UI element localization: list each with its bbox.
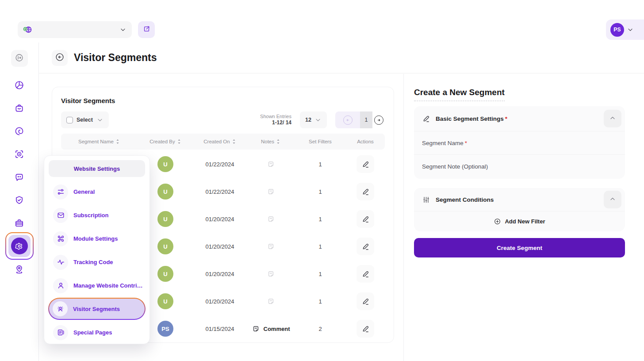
edit-segment-button[interactable] bbox=[356, 238, 374, 255]
sidebar-item[interactable] bbox=[11, 123, 28, 139]
column-header-segment-name[interactable]: Segment Name bbox=[61, 139, 137, 144]
pencil-icon bbox=[361, 188, 370, 196]
create-segment-title: Create a New Segment bbox=[414, 88, 505, 101]
column-label: Segment Name bbox=[78, 139, 114, 144]
select-dropdown[interactable]: Select bbox=[61, 111, 109, 128]
notes-cell[interactable] bbox=[246, 270, 295, 278]
set-filters-cell: 1 bbox=[295, 298, 345, 305]
page-title: Visitor Segments bbox=[74, 52, 157, 64]
sidebar-item[interactable] bbox=[11, 100, 28, 116]
segment-conditions-header: Segment Conditions bbox=[414, 188, 625, 211]
edit-segment-button[interactable] bbox=[356, 292, 374, 310]
avatar: U bbox=[157, 184, 173, 200]
sidebar-item[interactable] bbox=[11, 192, 28, 208]
note-icon bbox=[267, 297, 275, 306]
menu-items: GeneralSubscriptionModule SettingsTracki… bbox=[49, 180, 145, 344]
menu-item-module-settings[interactable]: Module Settings bbox=[49, 227, 145, 250]
actions-cell bbox=[345, 320, 386, 338]
edit-segment-button[interactable] bbox=[356, 155, 374, 173]
column-header-created-on[interactable]: Created On bbox=[194, 139, 246, 144]
arrow-left-icon bbox=[55, 52, 65, 63]
menu-item-label: Tracking Code bbox=[73, 259, 113, 265]
menu-item-label: Visitor Segments bbox=[73, 306, 120, 312]
edit-segment-button[interactable] bbox=[356, 183, 374, 200]
menu-item-visitor-segments[interactable]: Visitor Segments bbox=[48, 298, 146, 320]
sidebar-item[interactable] bbox=[11, 261, 28, 277]
column-header-actions[interactable]: Actions bbox=[345, 139, 386, 144]
app-window: PS Visitor Segments Visitor Segments Sel… bbox=[0, 0, 644, 361]
avatar: U bbox=[157, 293, 173, 309]
column-label: Notes bbox=[261, 139, 274, 144]
sidebar-item[interactable] bbox=[11, 215, 28, 231]
sidebar-item[interactable] bbox=[11, 169, 28, 185]
menu-item-general[interactable]: General bbox=[49, 180, 145, 204]
edit-segment-button[interactable] bbox=[356, 320, 374, 338]
menu-item-special-pages[interactable]: Special Pages bbox=[49, 321, 145, 344]
next-page-button[interactable] bbox=[372, 111, 385, 128]
sort-icon[interactable] bbox=[232, 139, 236, 144]
sort-icon[interactable] bbox=[115, 139, 120, 144]
pencil-icon bbox=[422, 115, 430, 123]
basic-settings-header: Basic Segment Settings* bbox=[414, 106, 625, 131]
created-on-cell: 01/20/2024 bbox=[194, 216, 246, 223]
set-filters-cell: 1 bbox=[295, 243, 345, 250]
edit-segment-button[interactable] bbox=[356, 210, 374, 228]
shown-entries: Shown Entries 1-12/ 14 bbox=[260, 114, 291, 127]
field-placeholder: Segment Note (Optional) bbox=[422, 163, 488, 170]
segment-note-input[interactable]: Segment Note (Optional) bbox=[414, 154, 625, 178]
menu-item-manage-website-contribut[interactable]: Manage Website Contribut... bbox=[49, 274, 145, 297]
menu-item-tracking-code[interactable]: Tracking Code bbox=[49, 250, 145, 274]
collapse-sidebar-button[interactable] bbox=[11, 50, 28, 67]
add-new-filter-button[interactable]: Add New Filter bbox=[414, 211, 625, 231]
menu-item-label: Module Settings bbox=[73, 235, 118, 242]
sort-icon[interactable] bbox=[276, 139, 280, 144]
notes-cell[interactable]: Comment bbox=[246, 325, 295, 333]
scan-face-icon bbox=[14, 149, 24, 159]
column-header-created-by[interactable]: Created By bbox=[137, 139, 194, 144]
page-size-value: 12 bbox=[305, 117, 311, 123]
notes-cell[interactable] bbox=[246, 215, 295, 223]
page-size-dropdown[interactable]: 12 bbox=[300, 111, 327, 128]
sidebar-item[interactable] bbox=[11, 77, 28, 93]
sidebar-item[interactable] bbox=[11, 146, 28, 162]
column-header-set-filters[interactable]: Set Filters bbox=[295, 139, 345, 144]
field-placeholder: Segment Name bbox=[422, 140, 464, 146]
arrow-left-icon bbox=[343, 115, 353, 125]
panel-divider bbox=[403, 74, 404, 361]
note-icon bbox=[267, 160, 275, 169]
edit-segment-button[interactable] bbox=[356, 265, 374, 283]
notes-cell[interactable] bbox=[246, 242, 295, 251]
shown-entries-value: 1-12/ 14 bbox=[260, 119, 291, 126]
plus-circle-icon bbox=[494, 218, 501, 225]
user-menu[interactable]: PS bbox=[606, 19, 644, 40]
create-segment-button[interactable]: Create Segment bbox=[414, 238, 625, 257]
chevron-down-icon bbox=[314, 116, 322, 123]
notes-cell[interactable] bbox=[246, 297, 295, 306]
pie-chart-icon bbox=[14, 80, 24, 90]
actions-cell bbox=[345, 292, 386, 310]
notes-cell[interactable] bbox=[246, 160, 295, 169]
set-filters-cell: 1 bbox=[295, 188, 345, 195]
note-icon bbox=[267, 242, 275, 251]
filter-sliders-icon bbox=[422, 196, 430, 204]
actions-cell bbox=[345, 238, 386, 255]
menu-item-label: Special Pages bbox=[73, 329, 112, 336]
sidebar-item-active[interactable] bbox=[5, 232, 34, 260]
back-button[interactable] bbox=[52, 50, 68, 66]
created-on-cell: 01/22/2024 bbox=[194, 161, 246, 168]
collapse-conditions-button[interactable] bbox=[604, 191, 621, 208]
column-header-notes[interactable]: Notes bbox=[246, 139, 295, 144]
previous-page-button[interactable] bbox=[335, 111, 360, 128]
collapse-basic-settings-button[interactable] bbox=[604, 110, 621, 127]
site-selector-dropdown[interactable] bbox=[18, 21, 132, 38]
open-site-button[interactable] bbox=[138, 21, 155, 38]
segment-name-input[interactable]: Segment Name* bbox=[414, 131, 625, 154]
basic-segment-settings-card: Basic Segment Settings* Segment Name* Se… bbox=[414, 106, 625, 179]
notes-cell[interactable] bbox=[246, 188, 295, 196]
page-header: Visitor Segments bbox=[39, 42, 644, 73]
sort-icon[interactable] bbox=[177, 139, 181, 144]
select-all-checkbox[interactable] bbox=[66, 117, 73, 123]
set-filters-cell: 2 bbox=[295, 326, 345, 332]
menu-item-subscription[interactable]: Subscription bbox=[49, 204, 145, 227]
column-label: Created By bbox=[150, 139, 175, 144]
